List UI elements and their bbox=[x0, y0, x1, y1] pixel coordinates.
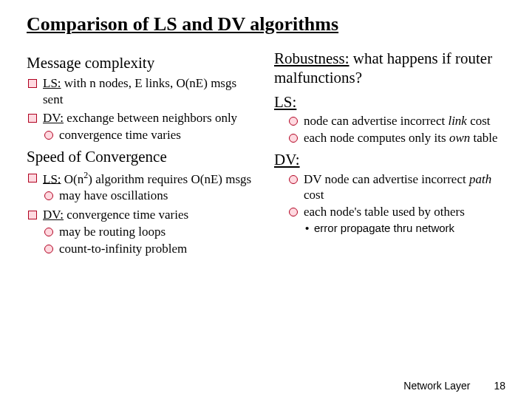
list-item: may be routing loops bbox=[43, 224, 258, 239]
list-item: DV: exchange between neighbors only conv… bbox=[27, 110, 258, 143]
ls-label: LS: bbox=[43, 76, 61, 90]
text: DV node can advertise incorrect bbox=[304, 172, 469, 186]
robustness-label: Robustness: bbox=[274, 50, 349, 67]
footer-label: Network Layer bbox=[403, 380, 470, 392]
text: O(n bbox=[61, 171, 84, 185]
text: with n nodes, E links, O(nE) msgs sent bbox=[43, 76, 236, 106]
list-item: each node's table used by others error p… bbox=[287, 204, 505, 236]
text: node can advertise incorrect bbox=[304, 114, 448, 128]
section-message-complexity: Message complexity bbox=[27, 53, 258, 72]
slide-footer: Network Layer 18 bbox=[403, 380, 505, 392]
left-column: Message complexity LS: with n nodes, E l… bbox=[27, 49, 258, 261]
list-item: node can advertise incorrect link cost bbox=[287, 113, 505, 129]
slide-title: Comparison of LS and DV algorithms bbox=[27, 13, 505, 35]
text: each node computes only its bbox=[304, 131, 449, 145]
dv-label: DV: bbox=[43, 208, 64, 222]
ls-label: LS: bbox=[43, 171, 61, 185]
text: each node's table used by others bbox=[304, 205, 465, 219]
text: exchange between neighbors only bbox=[64, 111, 237, 125]
speed-list: LS: O(n2) algorithm requires O(nE) msgs … bbox=[27, 170, 258, 257]
emph-path: path bbox=[469, 172, 491, 186]
sublist: may be routing loops count-to-infinity p… bbox=[43, 224, 258, 257]
emph-link: link bbox=[448, 114, 467, 128]
list-item: error propagate thru network bbox=[304, 222, 505, 236]
content-columns: Message complexity LS: with n nodes, E l… bbox=[27, 49, 505, 261]
dv-robust-list: DV node can advertise incorrect path cos… bbox=[274, 171, 505, 236]
dv-label: DV: bbox=[43, 111, 64, 125]
text: ) algorithm requires O(nE) msgs bbox=[88, 171, 251, 185]
list-item: may have oscillations bbox=[43, 188, 258, 203]
ls-heading: LS: bbox=[274, 92, 505, 112]
right-column: Robustness: what happens if router malfu… bbox=[274, 49, 505, 261]
list-item: count-to-infinity problem bbox=[43, 241, 258, 256]
page-number: 18 bbox=[485, 380, 505, 392]
emph-own: own bbox=[449, 131, 470, 145]
ls-robust-list: node can advertise incorrect link cost e… bbox=[274, 113, 505, 146]
list-item: DV: convergence time varies may be routi… bbox=[27, 207, 258, 257]
list-item: DV node can advertise incorrect path cos… bbox=[287, 171, 505, 203]
sublist: may have oscillations bbox=[43, 188, 258, 203]
list-item: LS: O(n2) algorithm requires O(nE) msgs … bbox=[27, 170, 258, 204]
list-item: convergence time varies bbox=[43, 127, 258, 143]
msg-complexity-list: LS: with n nodes, E links, O(nE) msgs se… bbox=[27, 75, 258, 143]
section-speed-convergence: Speed of Convergence bbox=[27, 147, 258, 166]
section-robustness: Robustness: what happens if router malfu… bbox=[274, 49, 505, 88]
sublist: convergence time varies bbox=[43, 127, 258, 143]
list-item: LS: with n nodes, E links, O(nE) msgs se… bbox=[27, 75, 258, 107]
sublist: error propagate thru network bbox=[304, 222, 505, 236]
dv-heading: DV: bbox=[274, 150, 505, 169]
list-item: each node computes only its own table bbox=[287, 130, 505, 146]
text: cost bbox=[467, 114, 491, 128]
text: convergence time varies bbox=[64, 208, 188, 222]
text: table bbox=[470, 131, 497, 145]
text: cost bbox=[304, 188, 324, 202]
